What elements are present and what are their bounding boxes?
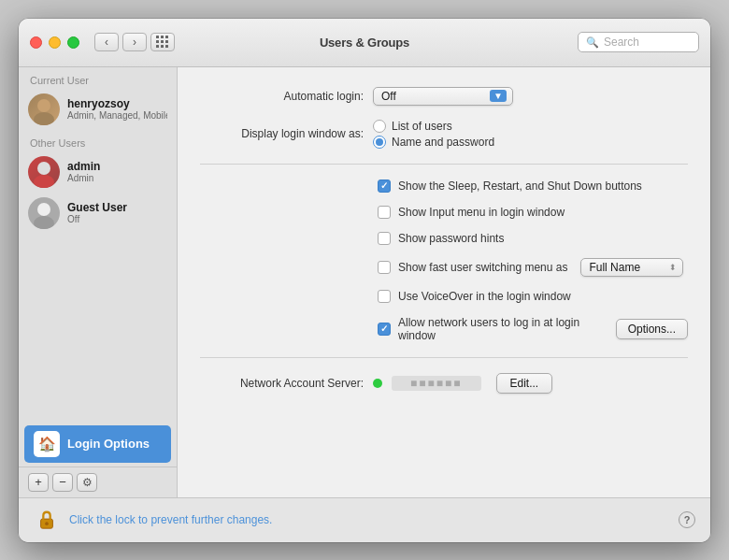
user-item-admin[interactable]: admin Admin — [19, 151, 177, 193]
close-button[interactable] — [30, 36, 42, 49]
fast-user-value: Full Name — [589, 261, 640, 274]
show-sleep-row: Show the Sleep, Restart, and Shut Down b… — [200, 179, 688, 193]
user-item-guest[interactable]: Guest User Off — [19, 193, 177, 234]
avatar-guest — [28, 197, 60, 229]
show-sleep-checkbox[interactable] — [378, 179, 391, 193]
svg-point-0 — [37, 99, 50, 112]
content-area: Current User henryozsoy Admin, Managed, … — [19, 67, 710, 497]
window-title: Users & Groups — [320, 36, 409, 50]
radio-list-of-users[interactable]: List of users — [373, 120, 494, 133]
sidebar-actions: + − ⚙ — [19, 467, 177, 497]
allow-network-checkbox[interactable] — [378, 323, 391, 336]
radio-name-label: Name and password — [392, 136, 494, 149]
grid-view-button[interactable] — [150, 33, 175, 51]
traffic-lights — [30, 36, 79, 49]
main-panel: Automatic login: Off ▼ Display login win… — [178, 67, 710, 497]
divider-1 — [200, 164, 688, 165]
allow-network-row: Allow network users to log in at login w… — [200, 316, 688, 342]
use-voiceover-checkbox[interactable] — [378, 290, 391, 303]
user-role-henryozsoy: Admin, Managed, Mobile — [67, 110, 167, 121]
show-sleep-label: Show the Sleep, Restart, and Shut Down b… — [398, 179, 642, 193]
sidebar: Current User henryozsoy Admin, Managed, … — [19, 67, 178, 497]
automatic-login-value: Off — [381, 90, 396, 103]
remove-user-button[interactable]: − — [52, 473, 73, 492]
divider-2 — [200, 357, 688, 358]
user-name-guest: Guest User — [67, 201, 167, 214]
display-login-radio-group: List of users Name and password — [373, 120, 494, 149]
login-options-icon: 🏠 — [34, 431, 60, 457]
back-button[interactable]: ‹ — [94, 33, 119, 51]
minimize-button[interactable] — [49, 36, 61, 49]
show-password-hints-checkbox[interactable] — [378, 232, 391, 245]
show-input-menu-checkbox[interactable] — [378, 206, 391, 219]
current-user-label: Current User — [19, 67, 177, 89]
login-options-item[interactable]: 🏠 Login Options — [24, 425, 171, 463]
user-name-henryozsoy: henryozsoy — [67, 97, 167, 110]
search-icon: 🔍 — [586, 36, 599, 49]
display-login-label: Display login window as: — [200, 127, 364, 140]
dropdown-arrow-icon: ▼ — [490, 90, 507, 102]
automatic-login-label: Automatic login: — [200, 90, 364, 103]
show-input-menu-label: Show Input menu in login window — [398, 206, 565, 219]
titlebar: ‹ › Users & Groups 🔍 Search — [19, 19, 710, 67]
user-info-admin: admin Admin — [67, 160, 167, 183]
settings-gear-button[interactable]: ⚙ — [77, 473, 97, 492]
edit-button[interactable]: Edit... — [496, 373, 553, 394]
svg-point-5 — [34, 216, 54, 229]
login-options-label: Login Options — [67, 437, 150, 451]
svg-point-7 — [45, 522, 49, 525]
options-button[interactable]: Options... — [616, 319, 688, 339]
avatar-henryozsoy — [28, 93, 60, 125]
show-password-hints-row: Show password hints — [200, 232, 688, 245]
maximize-button[interactable] — [67, 36, 79, 49]
network-status-dot — [373, 379, 382, 388]
user-info-guest: Guest User Off — [67, 201, 167, 224]
user-role-guest: Off — [67, 214, 167, 224]
show-fast-user-checkbox[interactable] — [378, 261, 391, 274]
lock-button[interactable] — [34, 507, 60, 533]
show-password-hints-label: Show password hints — [398, 232, 504, 245]
bottom-bar: Click the lock to prevent further change… — [19, 497, 710, 542]
user-info-henryozsoy: henryozsoy Admin, Managed, Mobile — [67, 97, 167, 121]
svg-point-3 — [34, 175, 54, 188]
automatic-login-dropdown[interactable]: Off ▼ — [373, 87, 513, 106]
svg-point-2 — [37, 162, 50, 175]
show-input-menu-row: Show Input menu in login window — [200, 206, 688, 219]
svg-point-4 — [37, 203, 50, 216]
radio-list-label: List of users — [392, 120, 452, 133]
allow-network-label: Allow network users to log in at login w… — [398, 316, 601, 342]
nav-buttons: ‹ › — [94, 33, 147, 51]
user-role-admin: Admin — [67, 173, 167, 183]
show-fast-user-label: Show fast user switching menu as — [398, 261, 567, 274]
lock-icon — [37, 510, 56, 530]
automatic-login-row: Automatic login: Off ▼ — [200, 86, 688, 107]
svg-point-1 — [34, 112, 54, 125]
other-users-label: Other Users — [19, 130, 177, 151]
lock-link[interactable]: lock — [115, 513, 135, 526]
user-name-admin: admin — [67, 160, 167, 173]
search-box[interactable]: 🔍 Search — [578, 32, 699, 52]
add-user-button[interactable]: + — [28, 473, 49, 492]
network-server-name: ■■■■■■ — [392, 376, 481, 391]
use-voiceover-row: Use VoiceOver in the login window — [200, 290, 688, 303]
lock-text-suffix: to prevent further changes. — [136, 513, 273, 526]
window: ‹ › Users & Groups 🔍 Search Current User — [19, 19, 710, 542]
network-server-label: Network Account Server: — [200, 377, 364, 390]
fast-user-dropdown[interactable]: Full Name ⬍ — [580, 258, 683, 277]
lock-text-prefix: Click the — [69, 513, 115, 526]
display-login-row: Display login window as: List of users N… — [200, 120, 688, 149]
user-item-henryozsoy[interactable]: henryozsoy Admin, Managed, Mobile — [19, 89, 177, 130]
help-button[interactable]: ? — [679, 511, 695, 528]
search-placeholder: Search — [604, 36, 639, 49]
fast-user-dropdown-arrow-icon: ⬍ — [669, 263, 677, 272]
avatar-admin — [28, 156, 60, 188]
grid-icon — [156, 36, 169, 49]
network-server-row: Network Account Server: ■■■■■■ Edit... — [200, 373, 688, 394]
network-info: ■■■■■■ Edit... — [373, 373, 552, 394]
show-fast-user-row: Show fast user switching menu as Full Na… — [200, 258, 688, 277]
radio-name-indicator — [373, 136, 386, 149]
use-voiceover-label: Use VoiceOver in the login window — [398, 290, 571, 303]
radio-list-indicator — [373, 120, 386, 133]
forward-button[interactable]: › — [122, 33, 147, 51]
radio-name-and-password[interactable]: Name and password — [373, 136, 494, 149]
